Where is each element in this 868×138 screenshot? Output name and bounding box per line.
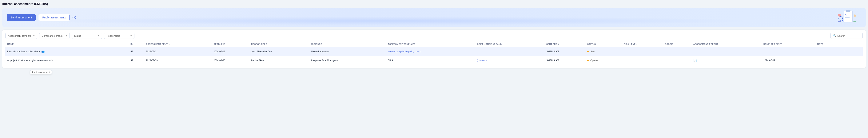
assessments-table: NAME ID ASSESSMENT SENT ↓ DEADLINE RESPO… <box>5 41 863 65</box>
assessment-name[interactable]: Internal compliance policy check <box>7 50 40 53</box>
col-assignee: ASSIGNEE <box>309 41 386 47</box>
cell-risk-level <box>622 47 663 56</box>
info-icon[interactable]: ℹ <box>72 16 76 19</box>
col-risk-level: RISK LEVEL <box>622 41 663 47</box>
page-title: Internal assessments (SMEDIA) <box>2 2 866 6</box>
responsible-filter[interactable]: Responsible ▼ <box>104 33 134 39</box>
col-actions <box>839 41 863 47</box>
col-note: NOTE <box>815 41 839 47</box>
cell-status: Opened <box>585 56 622 65</box>
cell-assignee: Josephine Broe Moesgaard <box>309 56 386 65</box>
sort-icon: ↓ <box>169 43 170 45</box>
chevron-down-icon: ▼ <box>130 35 132 37</box>
svg-rect-1 <box>846 10 850 11</box>
cell-reminder-sent <box>762 47 815 56</box>
assessment-name[interactable]: AI project: Customer insights recommenda… <box>7 59 54 62</box>
cell-actions: ⋮ <box>839 56 863 65</box>
cell-risk-level <box>622 56 663 65</box>
col-name: NAME <box>5 41 128 47</box>
report-icon[interactable]: 📄 <box>693 59 697 62</box>
cell-assessment-template[interactable]: Internal compliance policy check <box>386 47 475 56</box>
cell-reminder-sent: 2024-07-09 <box>762 56 815 65</box>
group-icon: 👥 <box>41 50 44 53</box>
chevron-down-icon: ▼ <box>65 35 67 37</box>
cell-id: 57 <box>128 56 144 65</box>
cell-actions: ⋮ <box>839 47 863 56</box>
cell-assessment-report: 📄 <box>691 56 762 65</box>
cell-id: 59 <box>128 47 144 56</box>
svg-rect-0 <box>844 11 852 22</box>
col-reminder-sent: REMINDER SENT <box>762 41 815 47</box>
cell-deadline: 2024-08-30 <box>212 56 249 65</box>
tooltip-bubble: Public assessment <box>30 70 52 74</box>
table-row: AI project: Customer insights recommenda… <box>5 56 863 65</box>
cell-compliance-area: GDPR <box>475 56 545 65</box>
responsible-label: Responsible <box>106 34 120 37</box>
cell-note <box>815 56 839 65</box>
search-input[interactable] <box>837 34 860 37</box>
main-card: Assessment template ▼ Compliance area(s)… <box>2 30 866 68</box>
cell-note <box>815 47 839 56</box>
col-responsible: RESPONSIBLE <box>249 41 309 47</box>
hero-illustration <box>835 10 858 25</box>
cell-sent-from: SMEDIA A/S <box>545 56 585 65</box>
cell-assessment-sent: 2024-07-11 <box>144 47 212 56</box>
assessment-template-label: Assessment template <box>8 34 31 37</box>
table-container: NAME ID ASSESSMENT SENT ↓ DEADLINE RESPO… <box>5 41 863 65</box>
chevron-down-icon: ▼ <box>98 35 100 37</box>
row-actions-button[interactable]: ⋮ <box>841 58 847 63</box>
cell-status: Sent <box>585 47 622 56</box>
compliance-area-filter[interactable]: Compliance area(s) ▼ <box>39 33 70 39</box>
cell-compliance-area <box>475 47 545 56</box>
search-icon: 🔍 <box>833 34 836 37</box>
svg-line-8 <box>842 20 843 21</box>
send-assessment-button[interactable]: Send assessment <box>7 14 36 21</box>
table-header-row: NAME ID ASSESSMENT SENT ↓ DEADLINE RESPO… <box>5 41 863 47</box>
cell-deadline: 2024-07-11 <box>212 47 249 56</box>
cell-responsible: Louise Skou <box>249 56 309 65</box>
status-indicator <box>587 60 589 61</box>
col-assessment-sent[interactable]: ASSESSMENT SENT ↓ <box>144 41 212 47</box>
table-row: Internal compliance policy check 👥 59 20… <box>5 47 863 56</box>
assessment-template-filter[interactable]: Assessment template ▼ <box>5 33 37 39</box>
col-assessment-report: ASSESSMENT REPORT <box>691 41 762 47</box>
cell-assessment-template: DPIA <box>386 56 475 65</box>
chevron-down-icon: ▼ <box>33 35 35 37</box>
cell-score <box>663 56 691 65</box>
col-score: SCORE <box>663 41 691 47</box>
status-indicator <box>587 51 589 52</box>
status-label: Status <box>74 34 81 37</box>
compliance-badge: GDPR <box>477 59 487 62</box>
col-deadline: DEADLINE <box>212 41 249 47</box>
col-id: ID <box>128 41 144 47</box>
filter-row: Assessment template ▼ Compliance area(s)… <box>5 33 863 39</box>
col-compliance-area: COMPLIANCE AREA(S) <box>475 41 545 47</box>
col-assessment-template: ASSESSMENT TEMPLATE <box>386 41 475 47</box>
svg-point-6 <box>854 14 856 17</box>
public-assessments-button[interactable]: Public assessments <box>39 14 69 21</box>
compliance-area-label: Compliance area(s) <box>42 34 63 37</box>
row-actions-button[interactable]: ⋮ <box>841 49 847 54</box>
cell-assessment-sent: 2024-07-09 <box>144 56 212 65</box>
cell-responsible: John Alexander Doe <box>249 47 309 56</box>
col-status: STATUS <box>585 41 622 47</box>
hero-card: Send assessment Public assessments ℹ <box>2 8 866 27</box>
cell-score <box>663 47 691 56</box>
cell-name: AI project: Customer insights recommenda… <box>5 56 128 65</box>
status-filter[interactable]: Status ▼ <box>72 33 102 39</box>
cell-name: Internal compliance policy check 👥 <box>5 47 128 56</box>
cell-assignee: Alexandra Hansen <box>309 47 386 56</box>
cell-assessment-report <box>691 47 762 56</box>
status-text: Sent <box>590 50 595 53</box>
svg-point-5 <box>838 14 841 16</box>
status-text: Opened <box>590 59 598 62</box>
search-box: 🔍 <box>831 33 863 39</box>
col-sent-from: SENT FROM <box>545 41 585 47</box>
cell-sent-from: SMEDIA A/S <box>545 47 585 56</box>
